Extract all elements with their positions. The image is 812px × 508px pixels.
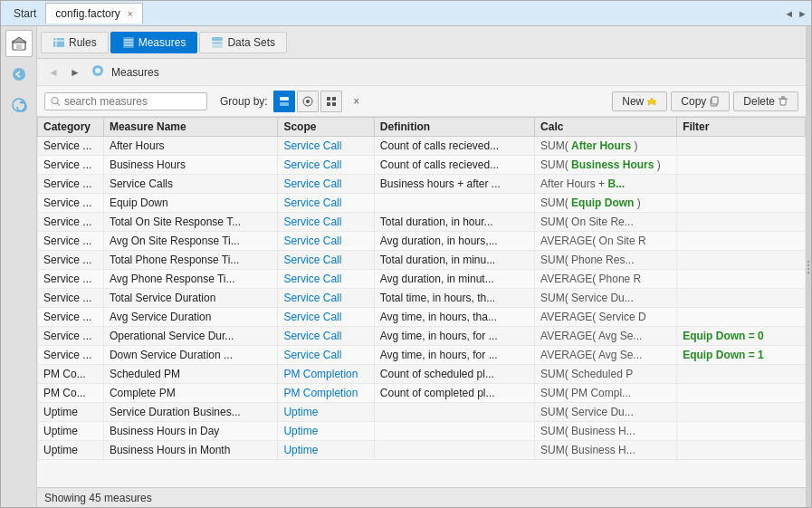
cell-category: PM Co... xyxy=(38,365,104,384)
cell-definition xyxy=(374,422,534,441)
cell-calc: SUM( Business H... xyxy=(535,422,677,441)
table-row[interactable]: Service ... Total On Site Response T... … xyxy=(38,213,806,232)
table-row[interactable]: Service ... Down Service Duration ... Se… xyxy=(38,346,806,365)
cell-scope[interactable]: Service Call xyxy=(278,270,374,289)
cell-scope[interactable]: PM Completion xyxy=(278,384,374,403)
back-nav-icon-btn[interactable] xyxy=(5,61,33,88)
col-header-name: Measure Name xyxy=(103,118,277,137)
copy-icon xyxy=(709,96,720,107)
new-button[interactable]: New xyxy=(612,91,667,111)
cell-scope[interactable]: Service Call xyxy=(278,175,374,194)
cell-scope[interactable]: Service Call xyxy=(278,346,374,365)
cell-calc: SUM( Phone Res... xyxy=(535,251,677,270)
cell-calc: SUM( PM Compl... xyxy=(535,384,677,403)
cell-category: Service ... xyxy=(38,251,104,270)
cell-name: Down Service Duration ... xyxy=(103,346,277,365)
svg-point-3 xyxy=(13,68,25,81)
datasets-button[interactable]: Data Sets xyxy=(199,32,287,53)
cell-scope[interactable]: Service Call xyxy=(278,156,374,175)
svg-rect-24 xyxy=(327,97,330,101)
cell-scope[interactable]: Service Call xyxy=(278,232,374,251)
arrow-left-icon[interactable]: ◄ xyxy=(784,8,794,19)
delete-button[interactable]: Delete xyxy=(733,91,798,111)
table-row[interactable]: PM Co... Scheduled PM PM Completion Coun… xyxy=(38,365,806,384)
measures-button[interactable]: Measures xyxy=(110,32,198,53)
svg-point-23 xyxy=(306,100,310,103)
cell-scope[interactable]: Service Call xyxy=(278,213,374,232)
col-header-filter: Filter xyxy=(677,118,806,137)
nav-forward-button[interactable]: ► xyxy=(66,63,84,81)
cell-name: Equip Down xyxy=(103,194,277,213)
search-input[interactable] xyxy=(64,95,201,108)
status-text: Showing 45 measures xyxy=(44,492,152,504)
search-box[interactable] xyxy=(44,92,207,110)
cell-calc: SUM( Equip Down ) xyxy=(535,194,677,213)
arrow-right-icon[interactable]: ► xyxy=(798,8,807,19)
cell-scope[interactable]: Service Call xyxy=(278,289,374,308)
tab-start[interactable]: Start xyxy=(5,4,45,24)
cell-filter xyxy=(677,175,806,194)
groupby-clear-icon[interactable]: × xyxy=(348,92,366,110)
cell-category: Service ... xyxy=(38,232,104,251)
tab-active[interactable]: config.factory × xyxy=(45,3,142,24)
cell-filter: Equip Down = 0 xyxy=(677,327,806,346)
cell-calc: AVERAGE( Phone R xyxy=(535,270,677,289)
table-row[interactable]: PM Co... Complete PM PM Completion Count… xyxy=(38,384,806,403)
rules-button[interactable]: Rules xyxy=(41,32,109,53)
refresh-icon-btn[interactable] xyxy=(5,91,33,119)
cell-name: Business Hours xyxy=(103,156,277,175)
cell-scope[interactable]: Service Call xyxy=(278,194,374,213)
cell-name: Scheduled PM xyxy=(103,365,277,384)
cell-filter xyxy=(677,403,806,422)
table-row[interactable]: Service ... Total Phone Response Ti... S… xyxy=(38,251,806,270)
table-row[interactable]: Service ... After Hours Service Call Cou… xyxy=(38,137,806,156)
cell-category: Service ... xyxy=(38,175,104,194)
cell-filter xyxy=(677,441,806,460)
table-container[interactable]: Category Measure Name Scope Definition C… xyxy=(37,117,806,487)
cell-category: Service ... xyxy=(38,327,104,346)
left-panel xyxy=(1,26,37,507)
table-row[interactable]: Service ... Total Service Duration Servi… xyxy=(38,289,806,308)
cell-scope[interactable]: Uptime xyxy=(278,441,374,460)
groupby-btn-2[interactable] xyxy=(297,91,319,112)
svg-rect-15 xyxy=(212,45,223,48)
home-icon-btn[interactable] xyxy=(5,30,33,57)
table-row[interactable]: Service ... Equip Down Service Call SUM(… xyxy=(38,194,806,213)
measures-table: Category Measure Name Scope Definition C… xyxy=(37,117,806,460)
cell-scope[interactable]: Uptime xyxy=(278,403,374,422)
cell-scope[interactable]: PM Completion xyxy=(278,365,374,384)
side-resize-handle[interactable] xyxy=(806,26,811,507)
table-row[interactable]: Service ... Avg On Site Response Ti... S… xyxy=(38,232,806,251)
cell-scope[interactable]: Uptime xyxy=(278,422,374,441)
cell-category: Uptime xyxy=(38,422,104,441)
table-row[interactable]: Service ... Avg Phone Response Ti... Ser… xyxy=(38,270,806,289)
groupby-btn-1[interactable] xyxy=(273,91,295,112)
copy-button[interactable]: Copy xyxy=(671,91,730,111)
tab-close-icon[interactable]: × xyxy=(128,9,133,19)
col-header-scope: Scope xyxy=(278,118,374,137)
cell-scope[interactable]: Service Call xyxy=(278,137,374,156)
groupby-btn-3[interactable] xyxy=(320,91,342,112)
nav-back-button[interactable]: ◄ xyxy=(44,63,62,81)
table-row[interactable]: Uptime Service Duration Busines... Uptim… xyxy=(38,403,806,422)
cell-scope[interactable]: Service Call xyxy=(278,251,374,270)
delete-icon xyxy=(778,96,788,107)
table-row[interactable]: Uptime Business Hours in Day Uptime SUM(… xyxy=(38,422,806,441)
table-row[interactable]: Uptime Business Hours in Month Uptime SU… xyxy=(38,441,806,460)
cell-calc: SUM( Scheduled P xyxy=(535,365,677,384)
table-row[interactable]: Service ... Operational Service Dur... S… xyxy=(38,327,806,346)
cell-definition: Avg duration, in minut... xyxy=(374,270,534,289)
table-row[interactable]: Service ... Service Calls Service Call B… xyxy=(38,175,806,194)
cell-filter xyxy=(677,251,806,270)
svg-line-19 xyxy=(57,102,60,105)
table-row[interactable]: Service ... Business Hours Service Call … xyxy=(38,156,806,175)
cell-definition: Total duration, in minu... xyxy=(374,251,534,270)
cell-name: Avg On Site Response Ti... xyxy=(103,232,277,251)
cell-scope[interactable]: Service Call xyxy=(278,308,374,327)
cell-scope[interactable]: Service Call xyxy=(278,327,374,346)
svg-marker-1 xyxy=(12,37,26,43)
svg-marker-5 xyxy=(19,101,23,104)
cell-calc: AVERAGE( Avg Se... xyxy=(535,327,677,346)
cell-calc: SUM( Business Hours ) xyxy=(535,156,677,175)
table-row[interactable]: Service ... Avg Service Duration Service… xyxy=(38,308,806,327)
